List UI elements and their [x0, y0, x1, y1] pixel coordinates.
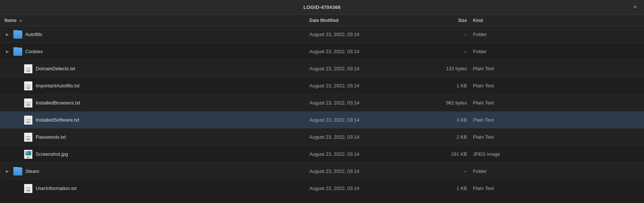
table-row[interactable]: InstalledSoftware.txtAugust 23, 2022, 03… — [0, 112, 644, 129]
title-bar: LOGID-4704366 + — [0, 0, 644, 15]
table-row[interactable]: ▶CookiesAugust 23, 2022, 03:14--Folder — [0, 43, 644, 60]
folder-icon — [13, 167, 22, 176]
file-list: ▶AutofillsAugust 23, 2022, 03:14--Folder… — [0, 26, 644, 197]
row-size: 962 bytes — [413, 100, 473, 106]
txt-file-icon — [24, 99, 33, 107]
expand-arrow-icon[interactable]: ▶ — [4, 49, 10, 54]
row-kind: Plain Text — [473, 83, 640, 88]
row-size: 1 KB — [413, 83, 473, 88]
row-date: August 23, 2022, 03:14 — [309, 83, 413, 88]
row-size: 1 KB — [413, 186, 473, 191]
row-size: -- — [413, 168, 473, 174]
table-row[interactable]: UserInformation.txtAugust 23, 2022, 03:1… — [0, 180, 644, 197]
table-row[interactable]: ▶SteamAugust 23, 2022, 03:14--Folder — [0, 163, 644, 180]
row-kind: Plain Text — [473, 186, 640, 191]
file-name: DomainDetects.txt — [36, 66, 75, 71]
row-kind: Plain Text — [473, 100, 640, 106]
row-name-col: DomainDetects.txt — [4, 64, 309, 73]
row-date: August 23, 2022, 03:14 — [309, 168, 413, 174]
table-row[interactable]: DomainDetects.txtAugust 23, 2022, 03:141… — [0, 60, 644, 77]
row-size: 133 bytes — [413, 66, 473, 71]
row-date: August 23, 2022, 03:14 — [309, 49, 413, 54]
row-date: August 23, 2022, 03:14 — [309, 32, 413, 37]
table-row[interactable]: Screenshot.jpgAugust 23, 2022, 03:14291 … — [0, 146, 644, 163]
jpg-file-icon — [24, 150, 33, 159]
row-name-col: Screenshot.jpg — [4, 150, 309, 159]
row-size: 291 KB — [413, 151, 473, 157]
row-kind: JPEG image — [473, 151, 640, 157]
row-date: August 23, 2022, 03:14 — [309, 66, 413, 71]
expand-arrow-icon[interactable]: ▶ — [4, 32, 10, 36]
row-kind: Plain Text — [473, 117, 640, 123]
row-kind: Plain Text — [473, 134, 640, 140]
sort-arrow-icon: ▲ — [19, 18, 23, 22]
txt-file-icon — [24, 81, 33, 90]
file-name: UserInformation.txt — [36, 186, 77, 191]
file-name: Screenshot.jpg — [36, 151, 68, 157]
file-name: Steam — [25, 168, 39, 174]
table-row[interactable]: ▶AutofillsAugust 23, 2022, 03:14--Folder — [0, 26, 644, 43]
kind-column-header[interactable]: Kind — [473, 18, 640, 23]
row-date: August 23, 2022, 03:14 — [309, 117, 413, 123]
folder-icon — [13, 47, 22, 56]
file-name: InstalledSoftware.txt — [36, 117, 79, 123]
expand-arrow-icon[interactable]: ▶ — [4, 169, 10, 173]
file-name: ImportantAutofills.txt — [36, 83, 80, 88]
row-kind: Plain Text — [473, 66, 640, 71]
row-name-col: ImportantAutofills.txt — [4, 81, 309, 90]
row-name-col: InstalledBrowsers.txt — [4, 99, 309, 107]
window-title: LOGID-4704366 — [303, 4, 341, 10]
file-name: Cookies — [25, 49, 43, 54]
row-name-col: ▶Cookies — [4, 47, 309, 56]
date-column-header[interactable]: Date Modified — [309, 18, 413, 23]
row-kind: Folder — [473, 168, 640, 174]
row-date: August 23, 2022, 03:14 — [309, 100, 413, 106]
txt-file-icon — [24, 184, 33, 193]
row-size: 3 KB — [413, 117, 473, 123]
folder-icon — [13, 30, 22, 39]
file-name: InstalledBrowsers.txt — [36, 100, 80, 106]
txt-file-icon — [24, 64, 33, 73]
row-date: August 23, 2022, 03:14 — [309, 134, 413, 140]
table-row[interactable]: Passwords.txtAugust 23, 2022, 03:142 KBP… — [0, 129, 644, 146]
name-column-header[interactable]: Name ▲ — [4, 18, 309, 23]
size-column-header[interactable]: Size — [413, 18, 473, 23]
table-row[interactable]: ImportantAutofills.txtAugust 23, 2022, 0… — [0, 77, 644, 94]
add-button[interactable]: + — [631, 3, 640, 12]
row-name-col: ▶Autofills — [4, 30, 309, 39]
txt-file-icon — [24, 116, 33, 125]
row-date: August 23, 2022, 03:14 — [309, 151, 413, 157]
row-size: -- — [413, 49, 473, 54]
row-name-col: UserInformation.txt — [4, 184, 309, 193]
row-date: August 23, 2022, 03:14 — [309, 186, 413, 191]
row-kind: Folder — [473, 49, 640, 54]
row-name-col: Passwords.txt — [4, 133, 309, 142]
row-name-col: ▶Steam — [4, 167, 309, 176]
column-headers: Name ▲ Date Modified Size Kind — [0, 15, 644, 26]
table-row[interactable]: InstalledBrowsers.txtAugust 23, 2022, 03… — [0, 94, 644, 112]
file-name: Autofills — [25, 32, 42, 37]
row-name-col: InstalledSoftware.txt — [4, 116, 309, 125]
file-name: Passwords.txt — [36, 134, 66, 140]
row-size: 2 KB — [413, 134, 473, 140]
row-kind: Folder — [473, 32, 640, 37]
row-size: -- — [413, 32, 473, 37]
txt-file-icon — [24, 133, 33, 142]
